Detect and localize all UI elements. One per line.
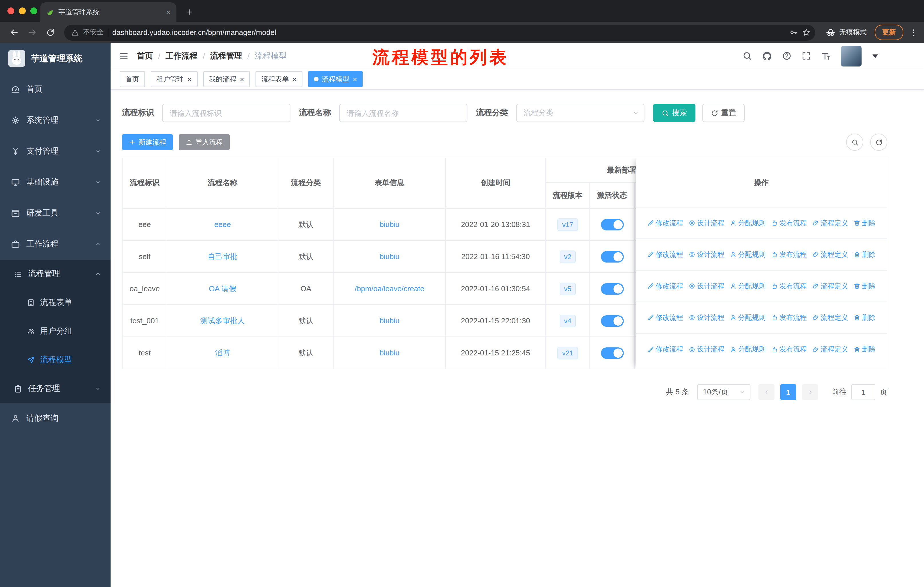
sidebar-item-home[interactable]: 首页 — [0, 74, 111, 105]
tag-process-form[interactable]: 流程表单 × — [256, 71, 302, 87]
action-publish[interactable]: 发布流程 — [771, 218, 807, 228]
caret-down-icon[interactable] — [873, 54, 878, 58]
sidebar-item-process-management[interactable]: 流程管理 — [0, 260, 111, 288]
action-design[interactable]: 设计流程 — [688, 250, 724, 260]
logo[interactable]: 芋道管理系统 — [0, 43, 111, 74]
reset-button[interactable]: 重置 — [702, 104, 745, 122]
action-modify[interactable]: 修改流程 — [647, 250, 683, 260]
form-info-link[interactable]: /bpm/oa/leave/create — [355, 284, 424, 293]
show-search-button[interactable] — [846, 134, 863, 151]
sidebar-item-devtools[interactable]: 研发工具 — [0, 198, 111, 229]
action-publish[interactable]: 发布流程 — [771, 281, 807, 291]
new-tab-button[interactable] — [182, 5, 197, 20]
github-button[interactable] — [762, 51, 772, 61]
sidebar-item-user-group[interactable]: 用户分组 — [0, 317, 111, 346]
action-definition[interactable]: 流程定义 — [812, 344, 848, 354]
process-name-link[interactable]: 滔博 — [215, 348, 230, 358]
refresh-table-button[interactable] — [870, 134, 887, 151]
sidebar-item-leave-query[interactable]: 请假查询 — [0, 403, 111, 434]
active-toggle[interactable] — [601, 219, 624, 230]
active-toggle[interactable] — [601, 347, 624, 359]
user-avatar[interactable] — [841, 46, 861, 66]
sidebar-item-payment[interactable]: 支付管理 — [0, 136, 111, 167]
tag-process-model[interactable]: 流程模型 × — [308, 71, 363, 87]
help-button[interactable] — [782, 51, 792, 61]
close-icon[interactable]: × — [353, 75, 357, 83]
sidebar-item-process-model[interactable]: 流程模型 — [0, 346, 111, 374]
form-info-link[interactable]: biubiu — [380, 252, 399, 261]
category-select[interactable]: 流程分类 — [516, 104, 644, 122]
import-process-button[interactable]: 导入流程 — [179, 134, 230, 150]
font-size-button[interactable] — [821, 51, 831, 61]
active-toggle[interactable] — [601, 315, 624, 326]
action-design[interactable]: 设计流程 — [688, 218, 724, 228]
close-icon[interactable]: × — [240, 75, 244, 83]
process-name-link[interactable]: eeee — [214, 220, 231, 229]
address-bar[interactable]: 不安全 dashboard.yudao.iocoder.cn/bpm/manag… — [64, 24, 815, 40]
action-delete[interactable]: 删除 — [853, 313, 876, 322]
action-publish[interactable]: 发布流程 — [771, 344, 807, 354]
browser-menu-button[interactable] — [909, 28, 918, 37]
action-modify[interactable]: 修改流程 — [647, 313, 683, 322]
form-info-link[interactable]: biubiu — [380, 349, 399, 357]
page-1-button[interactable]: 1 — [780, 384, 796, 400]
action-modify[interactable]: 修改流程 — [647, 281, 683, 291]
next-page-button[interactable] — [802, 384, 818, 400]
action-assign-rule[interactable]: 分配规则 — [729, 218, 766, 228]
form-info-link[interactable]: biubiu — [380, 316, 399, 325]
process-name-link[interactable]: 自己审批 — [208, 251, 238, 262]
close-icon[interactable]: × — [292, 75, 297, 83]
header-search-button[interactable] — [742, 51, 752, 61]
close-icon[interactable]: × — [187, 75, 191, 83]
prev-page-button[interactable] — [759, 384, 774, 400]
sidebar-item-process-form[interactable]: 流程表单 — [0, 288, 111, 317]
search-button[interactable]: 搜索 — [653, 104, 695, 122]
browser-tab[interactable]: 芋道管理系统 × — [40, 2, 177, 22]
fullscreen-button[interactable] — [802, 51, 811, 61]
action-design[interactable]: 设计流程 — [688, 313, 724, 322]
minimize-window-button[interactable] — [19, 7, 26, 14]
tag-my-process[interactable]: 我的流程 × — [203, 71, 250, 87]
tag-tenant[interactable]: 租户管理 × — [151, 71, 197, 87]
action-delete[interactable]: 删除 — [853, 344, 876, 354]
sidebar-item-system[interactable]: 系统管理 — [0, 105, 111, 136]
process-id-input[interactable] — [162, 104, 290, 122]
sidebar-item-infrastructure[interactable]: 基础设施 — [0, 167, 111, 198]
close-window-button[interactable] — [7, 7, 14, 14]
action-delete[interactable]: 删除 — [853, 281, 876, 291]
tab-close-icon[interactable]: × — [166, 8, 171, 16]
action-design[interactable]: 设计流程 — [688, 344, 724, 354]
breadcrumb-process-management[interactable]: 流程管理 — [210, 51, 242, 61]
password-key-button[interactable] — [789, 28, 798, 37]
sidebar-item-workflow[interactable]: 工作流程 — [0, 229, 111, 260]
action-delete[interactable]: 删除 — [853, 218, 876, 228]
page-size-select[interactable]: 10条/页 — [697, 384, 751, 400]
action-assign-rule[interactable]: 分配规则 — [729, 281, 766, 291]
active-toggle[interactable] — [601, 283, 624, 294]
action-definition[interactable]: 流程定义 — [812, 250, 848, 260]
reload-button[interactable] — [42, 24, 58, 40]
active-toggle[interactable] — [601, 251, 624, 262]
action-delete[interactable]: 删除 — [853, 250, 876, 260]
action-assign-rule[interactable]: 分配规则 — [729, 250, 766, 260]
action-modify[interactable]: 修改流程 — [647, 344, 683, 354]
forward-button[interactable] — [24, 24, 40, 40]
sidebar-item-task-management[interactable]: 任务管理 — [0, 374, 111, 403]
action-assign-rule[interactable]: 分配规则 — [729, 344, 766, 354]
action-assign-rule[interactable]: 分配规则 — [729, 313, 766, 322]
process-name-input[interactable] — [339, 104, 467, 122]
action-definition[interactable]: 流程定义 — [812, 218, 848, 228]
create-process-button[interactable]: 新建流程 — [122, 134, 173, 150]
action-definition[interactable]: 流程定义 — [812, 313, 848, 322]
action-publish[interactable]: 发布流程 — [771, 250, 807, 260]
action-design[interactable]: 设计流程 — [688, 281, 724, 291]
update-button[interactable]: 更新 — [875, 25, 903, 40]
process-name-link[interactable]: OA 请假 — [209, 283, 236, 294]
process-name-link[interactable]: 测试多审批人 — [200, 316, 245, 326]
goto-page-input[interactable] — [851, 384, 875, 400]
breadcrumb-workflow[interactable]: 工作流程 — [165, 51, 198, 61]
tag-home[interactable]: 首页 — [120, 71, 145, 87]
back-button[interactable] — [6, 24, 22, 40]
action-definition[interactable]: 流程定义 — [812, 281, 848, 291]
collapse-sidebar-button[interactable] — [119, 51, 129, 61]
